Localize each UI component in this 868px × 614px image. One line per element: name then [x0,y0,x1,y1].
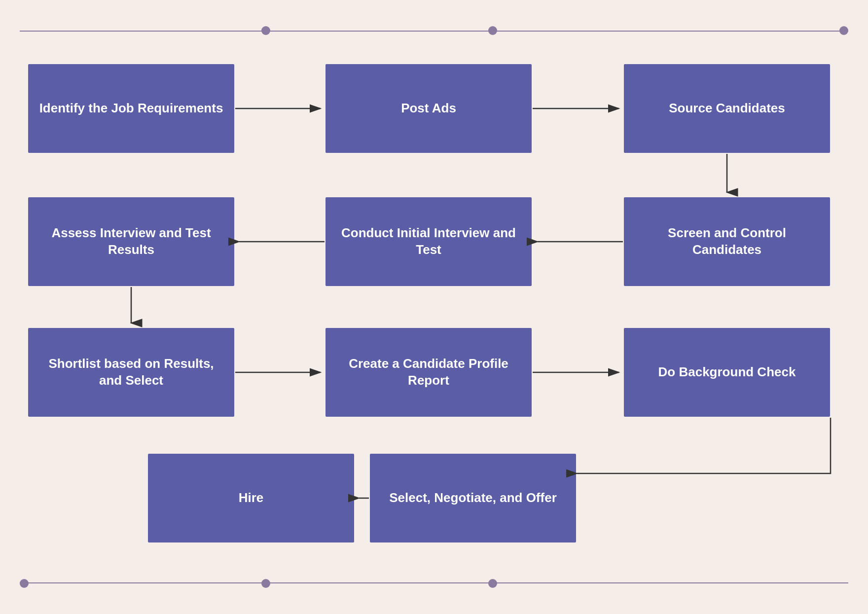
box-shortlist: Shortlist based on Results, and Select [28,328,234,417]
box-assess-interview: Assess Interview and Test Results [28,197,234,286]
box-screen-candidates: Screen and Control Candidates [624,197,830,286]
top-dot-right [839,26,848,35]
box-conduct-interview: Conduct Initial Interview and Test [326,197,532,286]
bottom-decorative-line [20,582,848,583]
box-identify-job-requirements: Identify the Job Requirements [28,64,234,153]
box-background-check: Do Background Check [624,328,830,417]
top-decorative-line [20,31,848,32]
bottom-dot-left [20,579,29,588]
diagram-container: Identify the Job Requirements Post Ads S… [0,0,868,614]
box-source-candidates: Source Candidates [624,64,830,153]
box-select-negotiate: Select, Negotiate, and Offer [370,454,576,542]
box-hire: Hire [148,454,354,542]
box-create-profile: Create a Candidate Profile Report [326,328,532,417]
bottom-dot-mid2 [488,579,497,588]
box-post-ads: Post Ads [326,64,532,153]
arrow-background-to-select [577,418,831,473]
top-dot-left [261,26,270,35]
bottom-dot-mid [261,579,270,588]
top-dot-mid [488,26,497,35]
